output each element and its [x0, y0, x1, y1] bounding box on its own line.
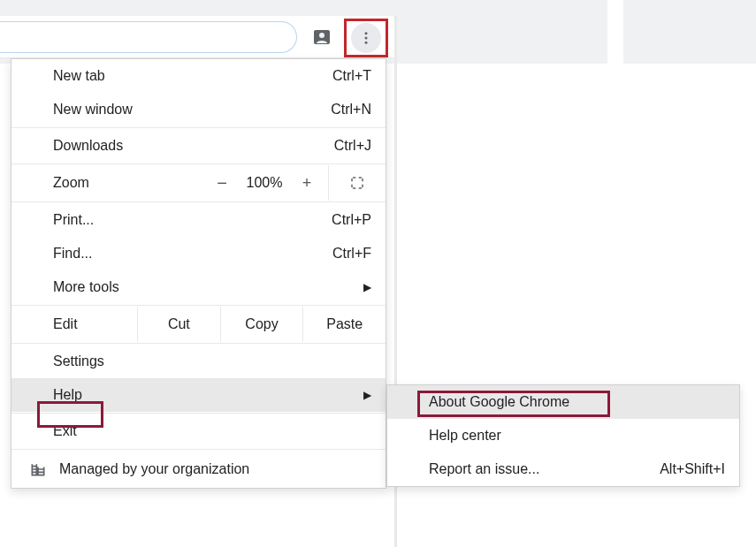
menu-more-tools[interactable]: More tools ▶: [11, 270, 386, 304]
menu-shortcut: Alt+Shift+I: [660, 461, 725, 477]
menu-zoom-row: Zoom − 100% +: [11, 165, 386, 201]
menu-label: Downloads: [53, 138, 334, 154]
zoom-in-button[interactable]: +: [286, 174, 328, 193]
menu-shortcut: Ctrl+J: [334, 138, 371, 154]
menu-label: Help center: [429, 428, 725, 444]
menu-label: Find...: [53, 246, 332, 262]
menu-shortcut: Ctrl+T: [332, 68, 371, 84]
menu-exit[interactable]: Exit: [11, 414, 386, 448]
submenu-arrow-icon: ▶: [363, 389, 371, 401]
menu-find[interactable]: Find... Ctrl+F: [11, 237, 386, 270]
more-button-highlight: [344, 19, 388, 57]
menu-label: New window: [53, 102, 331, 118]
menu-settings[interactable]: Settings: [11, 345, 386, 378]
menu-print[interactable]: Print... Ctrl+P: [11, 203, 386, 237]
menu-shortcut: Ctrl+F: [332, 246, 371, 262]
menu-label: Exit: [53, 423, 371, 439]
building-icon: [29, 460, 47, 478]
more-button[interactable]: [351, 23, 381, 53]
menu-label: Zoom: [53, 175, 201, 191]
menu-new-tab[interactable]: New tab Ctrl+T: [11, 59, 386, 93]
profile-button[interactable]: [309, 24, 335, 50]
help-submenu: About Google Chrome Help center Report a…: [386, 384, 740, 487]
menu-separator: [11, 163, 386, 164]
menu-label: About Google Chrome: [429, 394, 725, 410]
menu-separator: [11, 305, 386, 306]
menu-label: New tab: [53, 68, 332, 84]
fullscreen-icon: [349, 175, 365, 191]
svg-point-4: [365, 42, 368, 44]
menu-label: Print...: [53, 212, 332, 228]
menu-shortcut: Ctrl+N: [331, 102, 371, 118]
managed-label: Managed by your organization: [59, 461, 249, 477]
menu-edit-row: Edit Cut Copy Paste: [11, 307, 386, 342]
zoom-value: 100%: [243, 175, 286, 191]
edit-paste-button[interactable]: Paste: [302, 307, 386, 342]
profile-icon: [311, 27, 332, 48]
menu-label: Settings: [53, 353, 371, 369]
svg-point-1: [319, 33, 325, 38]
svg-point-2: [365, 32, 368, 34]
menu-separator: [11, 343, 386, 344]
menu-separator: [11, 449, 386, 450]
menu-separator: [11, 201, 386, 202]
submenu-about-chrome[interactable]: About Google Chrome: [387, 385, 739, 419]
address-bar[interactable]: [0, 21, 297, 53]
menu-separator: [11, 413, 386, 414]
zoom-out-button[interactable]: −: [201, 173, 243, 194]
menu-label: Report an issue...: [429, 461, 660, 477]
page-decoration: [607, 0, 623, 71]
edit-cut-button[interactable]: Cut: [137, 307, 220, 342]
menu-managed[interactable]: Managed by your organization: [11, 451, 386, 488]
menu-label: Help: [53, 387, 363, 403]
submenu-arrow-icon: ▶: [363, 281, 371, 293]
more-vertical-icon: [358, 30, 374, 46]
edit-copy-button[interactable]: Copy: [220, 307, 303, 342]
menu-separator: [11, 127, 386, 128]
menu-new-window[interactable]: New window Ctrl+N: [11, 93, 386, 126]
menu-label: More tools: [53, 279, 363, 295]
menu-label: Edit: [53, 316, 137, 332]
submenu-report-issue[interactable]: Report an issue... Alt+Shift+I: [387, 452, 739, 486]
fullscreen-button[interactable]: [328, 165, 386, 201]
menu-downloads[interactable]: Downloads Ctrl+J: [11, 129, 386, 163]
submenu-help-center[interactable]: Help center: [387, 419, 739, 452]
chrome-main-menu: New tab Ctrl+T New window Ctrl+N Downloa…: [11, 58, 386, 489]
menu-help[interactable]: Help ▶: [11, 378, 386, 412]
svg-point-3: [365, 37, 368, 40]
menu-shortcut: Ctrl+P: [332, 212, 371, 228]
